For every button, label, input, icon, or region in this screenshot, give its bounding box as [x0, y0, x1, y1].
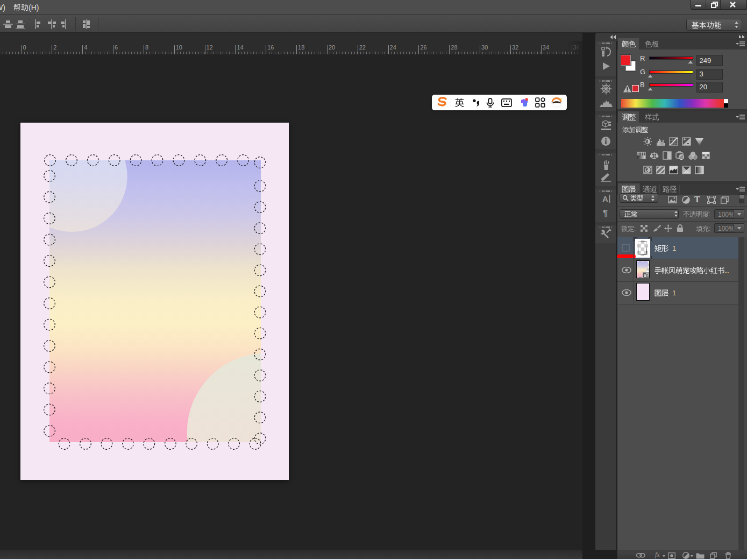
svg-text:¶: ¶: [603, 208, 608, 218]
svg-text:A: A: [602, 194, 608, 203]
